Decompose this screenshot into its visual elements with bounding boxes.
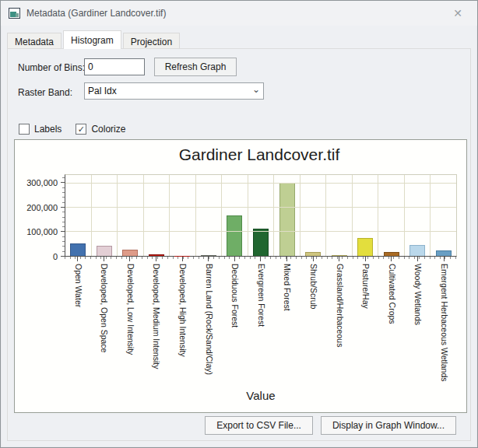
x-tick-label: Developed, Low Intensity (125, 264, 135, 355)
bar-slot (326, 175, 353, 256)
x-label-slot: Pasture/Hay (353, 264, 379, 390)
x-label-slot: Open Water (65, 264, 91, 390)
raster-band-value: Pal Idx (88, 86, 252, 96)
title-bar: Metadata (Gardiner Landcover.tif) ✕ (1, 1, 477, 26)
close-icon[interactable]: ✕ (446, 3, 469, 23)
x-tick-slot (405, 257, 431, 262)
export-csv-button[interactable]: Export to CSV File... (205, 416, 313, 435)
x-tick-mark (260, 257, 261, 261)
x-tick-mark (182, 257, 183, 261)
bar (357, 238, 373, 256)
x-tick-slot (195, 257, 222, 262)
bar-slot (222, 175, 248, 256)
x-tick-slot (300, 257, 326, 262)
bar (97, 246, 112, 256)
x-label-slot: Shrub/Scrub (300, 264, 326, 390)
tab-histogram[interactable]: Histogram (63, 30, 121, 49)
x-axis-labels: Open WaterDeveloped, Open SpaceDeveloped… (65, 264, 457, 390)
bar-slot (196, 175, 223, 256)
number-of-bins-label: Number of Bins: (18, 62, 85, 73)
bar (122, 250, 138, 256)
x-tick-mark (365, 257, 366, 261)
x-label-slot: Deciduous Forest (222, 264, 248, 390)
bar (227, 215, 242, 256)
x-label-slot: Developed, Medium Intensity (143, 264, 170, 390)
x-tick-mark (129, 257, 130, 261)
bar (409, 245, 425, 256)
bar-slot (405, 175, 431, 256)
x-tick-slot (353, 257, 379, 262)
bar (384, 252, 399, 256)
raster-band-label: Raster Band: (18, 87, 72, 98)
histogram-chart-panel: Gardiner Landcover.tif 0100,000200,00030… (14, 139, 467, 413)
x-tick-label: Developed, Open Space (100, 264, 109, 352)
bar (305, 252, 321, 256)
checkbox-row: Labels ✓ Colorize (19, 124, 135, 135)
x-label-slot: Evergreen Forest (248, 264, 274, 390)
display-graph-window-button[interactable]: Display in Graph Window... (321, 416, 456, 435)
bar-slot (65, 175, 92, 256)
x-tick-slot (248, 257, 274, 262)
x-label-slot: Developed, Low Intensity (117, 264, 143, 390)
x-tick-slot (65, 257, 91, 262)
bar (436, 250, 452, 256)
y-tick-label: 300,000 (26, 178, 58, 187)
x-tick-slot (169, 257, 195, 262)
y-axis: 0100,000200,000300,000 (15, 174, 65, 257)
tab-projection[interactable]: Projection (123, 33, 180, 48)
bar-slot (92, 175, 118, 256)
bars-row (65, 175, 456, 256)
bar-slot (301, 175, 327, 256)
x-tick-mark (234, 257, 235, 261)
bar (279, 183, 295, 256)
x-tick-mark (313, 257, 314, 261)
x-tick-label: Developed, Medium Intensity (152, 264, 161, 369)
x-tick-slot (143, 257, 170, 262)
window-title: Metadata (Gardiner Landcover.tif) (26, 8, 446, 19)
x-tick-label: Emergent Herbaceous Wetlands (439, 264, 448, 382)
x-tick-label: Cultivated Crops (387, 264, 396, 324)
labels-checkbox[interactable] (19, 124, 30, 135)
bar (332, 255, 347, 256)
x-tick-mark (391, 257, 392, 261)
tab-strip: Metadata Histogram Projection (7, 30, 181, 48)
bar-slot (144, 175, 170, 256)
x-axis-major-ticks (65, 257, 457, 262)
x-tick-mark (286, 257, 287, 261)
x-tick-mark (104, 257, 104, 261)
x-tick-mark (339, 257, 339, 261)
x-axis-title: Value (65, 389, 457, 402)
refresh-graph-button[interactable]: Refresh Graph (154, 58, 237, 76)
bar-slot (378, 175, 405, 256)
y-tick-label: 0 (53, 252, 58, 261)
raster-band-dropdown[interactable]: Pal Idx ⌄ (84, 82, 264, 100)
y-tick-label: 200,000 (26, 203, 58, 212)
x-tick-slot (326, 257, 353, 262)
x-tick-slot (431, 257, 457, 262)
x-tick-mark (444, 257, 445, 261)
x-label-slot: Developed, High Intensity (169, 264, 195, 390)
x-label-slot: Cultivated Crops (378, 264, 405, 390)
footer-buttons: Export to CSV File... Display in Graph W… (205, 416, 456, 435)
x-tick-slot (91, 257, 118, 262)
bar (149, 254, 164, 256)
metadata-dialog: Metadata (Gardiner Landcover.tif) ✕ Meta… (0, 0, 478, 448)
bar-slot (274, 175, 301, 256)
tab-metadata[interactable]: Metadata (7, 33, 62, 48)
x-tick-label: Deciduous Forest (230, 264, 240, 327)
x-tick-slot (274, 257, 301, 262)
x-label-slot: Emergent Herbaceous Wetlands (431, 264, 457, 390)
x-tick-slot (222, 257, 248, 262)
labels-checkbox-label: Labels (34, 124, 62, 135)
colorize-checkbox[interactable]: ✓ (76, 124, 86, 135)
x-tick-label: Open Water (73, 264, 83, 307)
metadata-image-icon (9, 8, 20, 19)
bar-slot (118, 175, 144, 256)
chart-title: Gardiner Landcover.tif (15, 145, 466, 164)
x-tick-label: Barren Land (Rock/Sand/Clay) (204, 264, 213, 375)
x-tick-slot (117, 257, 143, 262)
number-of-bins-input[interactable] (84, 58, 145, 75)
x-label-slot: Developed, Open Space (91, 264, 118, 390)
x-tick-mark (156, 257, 156, 261)
h-gridline (65, 183, 456, 184)
